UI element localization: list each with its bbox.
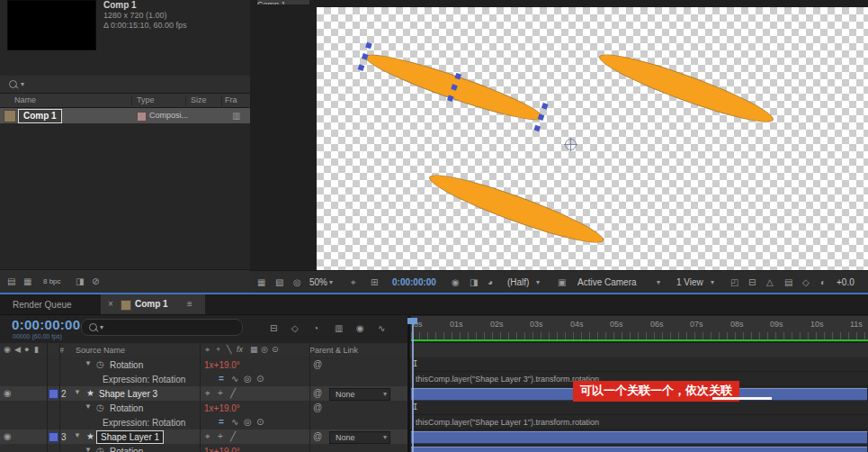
property-row-rotation-1[interactable]: ▼ ◷ Rotation 1x+19.0° @ xyxy=(0,357,409,373)
draft-3d-icon[interactable]: ◇ xyxy=(291,324,299,333)
tab-render-queue[interactable]: Render Queue xyxy=(13,300,72,310)
share-view-icon[interactable]: ◰ xyxy=(730,278,738,287)
quality-switch-icon[interactable]: ╱ xyxy=(230,432,236,441)
lock-column-icon[interactable]: ▮ xyxy=(34,346,39,354)
timeline-button-icon[interactable]: ▤ xyxy=(784,278,792,287)
anchor-switch-icon[interactable]: ⌖ xyxy=(205,346,210,354)
layer-duration-bar[interactable] xyxy=(411,431,867,444)
grid-toggle-icon[interactable]: ⊞ xyxy=(371,278,378,287)
zoom-level-dropdown[interactable]: 50% xyxy=(309,277,327,287)
selection-handle[interactable] xyxy=(447,95,454,102)
project-item-comp1[interactable]: Comp 1 Composi... ▥ xyxy=(0,108,250,123)
project-item-name[interactable]: Comp 1 xyxy=(18,109,62,123)
region-of-interest-icon[interactable]: ▣ xyxy=(558,278,566,287)
property-row-rotation-2[interactable]: ▼ ◷ Rotation 1x+19.0° @ xyxy=(0,401,409,416)
solo-column-icon[interactable]: ● xyxy=(24,346,29,354)
pickwhip-icon[interactable]: @ xyxy=(313,360,322,369)
eye-icon[interactable]: ◉ xyxy=(4,389,12,398)
graph-editor-icon[interactable]: ∿ xyxy=(378,324,385,333)
mask-visibility-icon[interactable]: ◎ xyxy=(293,278,301,287)
selection-handle[interactable] xyxy=(365,42,372,50)
timeline-search-field[interactable]: ▾ xyxy=(81,319,243,336)
stopwatch-icon[interactable]: ◷ xyxy=(96,403,104,412)
show-snapshot-icon[interactable]: ◨ xyxy=(470,278,478,287)
label-color-chip[interactable] xyxy=(49,432,58,442)
horizontal-scrollbar[interactable] xyxy=(411,447,867,452)
chevron-down-icon[interactable]: ▾ xyxy=(536,279,540,286)
expression-text[interactable]: thisComp.layer("Shape Layer 1").transfor… xyxy=(416,418,599,427)
expression-pickwhip-icon[interactable]: ◎ xyxy=(244,418,252,427)
project-search-bar[interactable]: ▾ xyxy=(0,76,250,94)
layer-row-shape-layer-1[interactable]: ◉ 3 ▼ ★ Shape Layer 1 ⌖ + ╱ @ None ▾ xyxy=(0,429,409,445)
anchor-point-icon[interactable] xyxy=(565,139,577,150)
expression-row-2[interactable]: Expression: Rotation = ∿ ◎ ⊙ xyxy=(0,415,409,430)
column-type[interactable]: Type xyxy=(137,95,155,104)
3d-switch-icon[interactable]: ⊙ xyxy=(272,346,279,354)
frame-blend-switch-icon[interactable]: ▦ xyxy=(250,346,258,354)
anchor-switch-icon[interactable]: ⌖ xyxy=(205,432,210,441)
transparency-grid-icon[interactable]: ▧ xyxy=(275,278,283,287)
layer-name-editing[interactable]: Shape Layer 1 xyxy=(96,430,164,444)
audio-column-icon[interactable]: ◀ xyxy=(14,346,21,354)
viewer-timecode[interactable]: 0:00:00:00 xyxy=(392,277,436,287)
fx-switch-icon[interactable]: fx xyxy=(237,346,243,354)
label-color-chip[interactable] xyxy=(49,389,58,399)
frame-blend-icon[interactable]: ▥ xyxy=(335,324,343,333)
ruler-icon[interactable]: ⌖ xyxy=(351,278,356,287)
exposure-value[interactable]: +0.0 xyxy=(837,277,855,287)
tab-comp1[interactable]: × Comp 1 ≡ xyxy=(101,294,205,314)
parent-link-column[interactable]: Parent & Link xyxy=(309,346,358,355)
show-graph-icon[interactable]: ∿ xyxy=(231,418,238,427)
property-label[interactable]: Rotation xyxy=(110,447,143,452)
flowchart-icon[interactable]: ◇ xyxy=(802,278,810,287)
grid-icon[interactable]: ▦ xyxy=(23,277,31,286)
current-time-indicator[interactable] xyxy=(412,318,414,452)
twirl-icon[interactable]: ▼ xyxy=(74,432,81,439)
camera-view-dropdown[interactable]: Active Camera xyxy=(577,277,637,287)
view-layout-dropdown[interactable]: 1 View xyxy=(676,277,703,287)
eye-icon[interactable]: ◉ xyxy=(4,432,12,441)
column-name[interactable]: Name xyxy=(14,95,36,104)
expression-text[interactable]: thisComp.layer("Shape Layer 3").transfor… xyxy=(416,375,599,384)
pickwhip-icon[interactable]: @ xyxy=(313,389,322,398)
source-name-column[interactable]: Source Name xyxy=(76,346,125,355)
selection-handle[interactable] xyxy=(541,103,549,110)
twirl-icon[interactable]: ▼ xyxy=(74,389,81,396)
pickwhip-icon[interactable]: @ xyxy=(313,403,322,412)
show-channels-icon[interactable]: ◕ xyxy=(488,278,493,287)
exposure-icon[interactable]: ◐ xyxy=(820,278,826,287)
bit-depth-label[interactable]: 8 bpc xyxy=(43,277,61,285)
expression-pickwhip-icon[interactable]: ◎ xyxy=(244,375,252,384)
property-row-rotation-3[interactable]: ▼ ◷ Rotation 1x+19.0° xyxy=(0,444,409,452)
parent-dropdown[interactable]: None ▾ xyxy=(329,388,390,401)
mini-flowchart-icon[interactable]: ⊟ xyxy=(270,324,277,333)
collapse-switch-icon[interactable]: + xyxy=(216,346,220,354)
current-time-indicator-head[interactable] xyxy=(407,318,417,324)
column-frames[interactable]: Fra xyxy=(225,95,237,104)
quality-switch-icon[interactable]: ╱ xyxy=(230,389,236,398)
property-label[interactable]: Rotation xyxy=(110,360,143,370)
property-label[interactable]: Rotation xyxy=(110,403,143,413)
expression-language-icon[interactable]: ⊙ xyxy=(256,375,264,384)
layer-row-shape-layer-3[interactable]: ◉ 2 ▼ ★ Shape Layer 3 ⌖ + ╱ @ None ▾ xyxy=(0,386,409,402)
viewer-tab[interactable]: Comp 1 xyxy=(257,0,309,5)
collapse-switch-icon[interactable]: + xyxy=(218,389,223,398)
layer-name[interactable]: Shape Layer 3 xyxy=(99,389,157,399)
hide-shy-icon[interactable]: ◔ xyxy=(313,324,318,333)
property-value[interactable]: 1x+19.0° xyxy=(204,360,240,370)
stopwatch-icon[interactable]: ◷ xyxy=(96,447,104,452)
collapse-switch-icon[interactable]: + xyxy=(218,432,223,441)
property-value[interactable]: 1x+19.0° xyxy=(204,403,240,413)
shape-ellipse-2[interactable] xyxy=(595,45,777,132)
chevron-down-icon[interactable]: ▾ xyxy=(711,279,714,286)
column-size[interactable]: Size xyxy=(191,95,207,104)
motion-blur-icon[interactable]: ◉ xyxy=(356,324,364,333)
chevron-down-icon[interactable]: ▾ xyxy=(657,279,660,286)
current-timecode[interactable]: 0:00:00:00 xyxy=(12,317,80,332)
shape-ellipse-3[interactable] xyxy=(425,166,607,253)
enable-expression-icon[interactable]: = xyxy=(219,375,224,384)
expression-language-icon[interactable]: ⊙ xyxy=(256,418,264,427)
resolution-dropdown[interactable]: (Half) xyxy=(507,277,529,287)
chevron-down-icon[interactable]: ▾ xyxy=(329,279,333,286)
parent-dropdown[interactable]: None ▾ xyxy=(329,431,390,444)
